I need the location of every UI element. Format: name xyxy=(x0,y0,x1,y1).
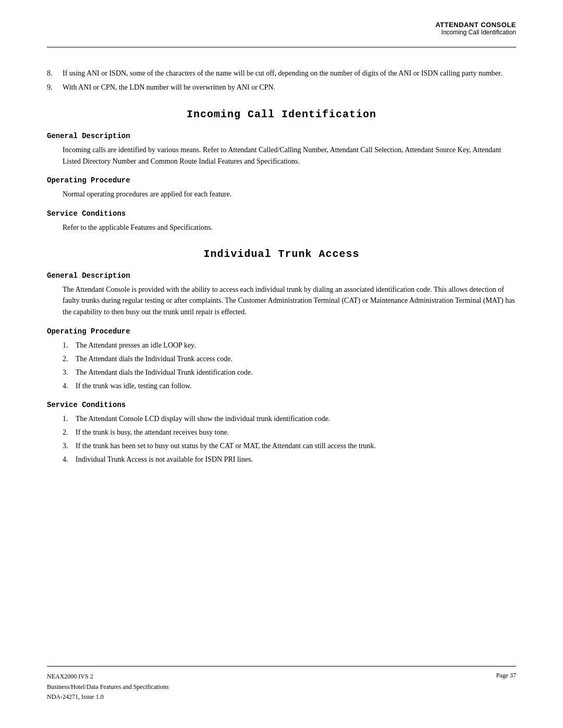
item-number: 2. xyxy=(63,353,76,364)
footer-line1: NEAX2000 IVS 2 xyxy=(47,672,169,682)
footer-left: NEAX2000 IVS 2 Business/Hotel/Data Featu… xyxy=(47,672,169,702)
item-text: If the trunk is busy, the attendant rece… xyxy=(76,427,516,438)
section2-general-heading: General Description xyxy=(47,272,516,280)
section2-procedure-list: 1. The Attendant presses an idle LOOP ke… xyxy=(63,340,516,391)
item-number: 2. xyxy=(63,427,76,438)
item-number: 3. xyxy=(63,440,76,451)
footer-line3: NDA-24271, Issue 1.0 xyxy=(47,692,169,702)
list-item: 8. If using ANI or ISDN, some of the cha… xyxy=(47,68,516,79)
section2-procedure-heading: Operating Procedure xyxy=(47,327,516,336)
section2-general-body: The Attendant Console is provided with t… xyxy=(63,284,516,318)
list-item: 1. The Attendant presses an idle LOOP ke… xyxy=(63,340,516,351)
item-text: Individual Trunk Access is not available… xyxy=(76,454,516,465)
page-header: ATTENDANT CONSOLE Incoming Call Identifi… xyxy=(435,21,516,36)
item-number: 1. xyxy=(63,340,76,351)
section1-general-body: Incoming calls are identified by various… xyxy=(63,144,516,167)
list-item: 4. Individual Trunk Access is not availa… xyxy=(63,454,516,465)
section1-procedure-heading: Operating Procedure xyxy=(47,176,516,184)
footer-content: NEAX2000 IVS 2 Business/Hotel/Data Featu… xyxy=(47,672,516,702)
section2-title: Individual Trunk Access xyxy=(47,248,516,260)
intro-list: 8. If using ANI or ISDN, some of the cha… xyxy=(47,68,516,93)
item-text: The Attendant presses an idle LOOP key. xyxy=(76,340,516,351)
footer-page-number: Page 37 xyxy=(496,672,516,680)
page: ATTENDANT CONSOLE Incoming Call Identifi… xyxy=(0,0,563,728)
footer-line2: Business/Hotel/Data Features and Specifi… xyxy=(47,682,169,692)
section2-conditions-heading: Service Conditions xyxy=(47,401,516,409)
section1-title: Incoming Call Identification xyxy=(47,108,516,120)
item-number: 8. xyxy=(47,68,63,79)
item-number: 9. xyxy=(47,82,63,93)
item-text: With ANI or CPN, the LDN number will be … xyxy=(63,82,516,93)
list-item: 9. With ANI or CPN, the LDN number will … xyxy=(47,82,516,93)
item-number: 4. xyxy=(63,454,76,465)
footer-line xyxy=(47,666,516,667)
item-text: If using ANI or ISDN, some of the charac… xyxy=(63,68,516,79)
item-text: The Attendant dials the Individual Trunk… xyxy=(76,353,516,364)
section2-conditions-list: 1. The Attendant Console LCD display wil… xyxy=(63,413,516,465)
section1-conditions-body: Refer to the applicable Features and Spe… xyxy=(63,222,516,233)
list-item: 4. If the trunk was idle, testing can fo… xyxy=(63,380,516,391)
item-text: If the trunk was idle, testing can follo… xyxy=(76,380,516,391)
header-title: ATTENDANT CONSOLE xyxy=(435,21,516,29)
item-text: The Attendant Console LCD display will s… xyxy=(76,413,516,424)
page-footer: NEAX2000 IVS 2 Business/Hotel/Data Featu… xyxy=(47,666,516,702)
main-content: 8. If using ANI or ISDN, some of the cha… xyxy=(47,68,516,465)
header-line xyxy=(47,47,516,47)
section1-general-heading: General Description xyxy=(47,132,516,140)
list-item: 1. The Attendant Console LCD display wil… xyxy=(63,413,516,424)
section1-procedure-body: Normal operating procedures are applied … xyxy=(63,189,516,200)
item-number: 3. xyxy=(63,367,76,378)
list-item: 3. The Attendant dials the Individual Tr… xyxy=(63,367,516,378)
header-subtitle: Incoming Call Identification xyxy=(435,29,516,36)
list-item: 2. The Attendant dials the Individual Tr… xyxy=(63,353,516,364)
item-text: If the trunk has been set to busy out st… xyxy=(76,440,516,451)
list-item: 3. If the trunk has been set to busy out… xyxy=(63,440,516,451)
section1-conditions-heading: Service Conditions xyxy=(47,209,516,218)
item-text: The Attendant dials the Individual Trunk… xyxy=(76,367,516,378)
item-number: 4. xyxy=(63,380,76,391)
item-number: 1. xyxy=(63,413,76,424)
list-item: 2. If the trunk is busy, the attendant r… xyxy=(63,427,516,438)
